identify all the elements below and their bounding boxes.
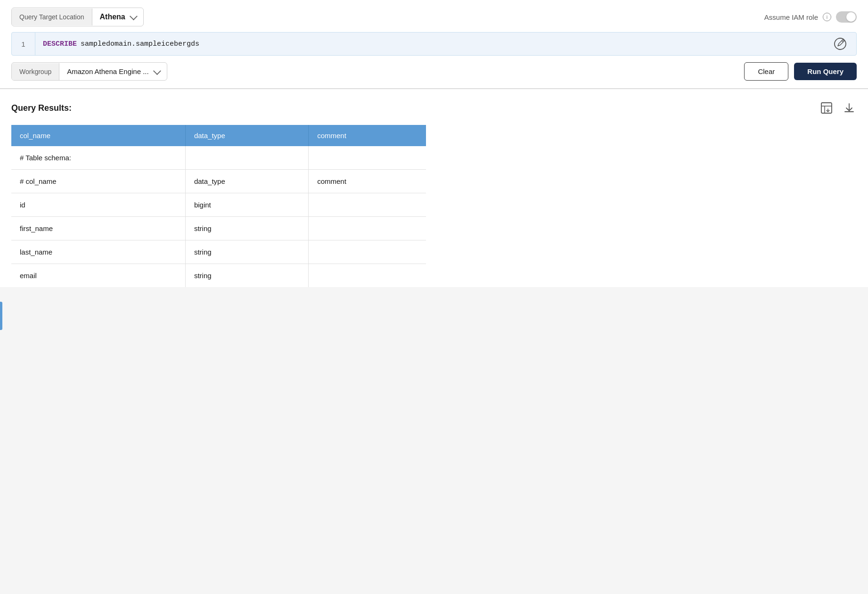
- cell-col_name: id: [11, 193, 185, 217]
- cell-col_name: # Table schema:: [11, 146, 185, 170]
- table-row: last_namestring: [11, 240, 426, 264]
- table-save-icon: [820, 102, 833, 114]
- iam-role-toggle[interactable]: [836, 11, 857, 23]
- run-query-button[interactable]: Run Query: [794, 63, 857, 80]
- cell-col_name: first_name: [11, 217, 185, 240]
- query-text-area[interactable]: DESCRIBE sampledomain.sampleicebergds: [35, 33, 824, 55]
- cell-col_name: last_name: [11, 240, 185, 264]
- query-code: sampledomain.sampleicebergds: [81, 40, 199, 48]
- table-row: # Table schema:: [11, 146, 426, 170]
- table-row: # col_namedata_typecomment: [11, 170, 426, 193]
- svg-point-0: [835, 38, 846, 50]
- cell-data_type: bigint: [185, 193, 308, 217]
- download-results-button[interactable]: [842, 100, 857, 116]
- info-icon[interactable]: i: [823, 13, 831, 21]
- iam-role-label: Assume IAM role: [764, 13, 818, 21]
- cell-col_name: # col_name: [11, 170, 185, 193]
- query-editor[interactable]: 1 DESCRIBE sampledomain.sampleicebergds: [11, 32, 857, 56]
- cell-comment: comment: [309, 170, 426, 193]
- cell-data_type: string: [185, 264, 308, 288]
- query-target-text: Athena: [100, 13, 125, 21]
- action-buttons: Clear Run Query: [744, 62, 857, 81]
- cell-comment: [309, 240, 426, 264]
- chevron-down-icon: [153, 67, 161, 75]
- svg-rect-1: [821, 103, 832, 113]
- table-row: emailstring: [11, 264, 426, 288]
- clear-button[interactable]: Clear: [744, 62, 788, 81]
- table-body: # Table schema:# col_namedata_typecommen…: [11, 146, 426, 287]
- workgroup-value[interactable]: Amazon Athena Engine ...: [59, 63, 166, 80]
- cell-col_name: email: [11, 264, 185, 288]
- save-results-button[interactable]: [819, 100, 834, 116]
- results-table: col_name data_type comment # Table schem…: [11, 125, 426, 287]
- query-target-selector[interactable]: Query Target Location Athena: [11, 8, 144, 26]
- cell-data_type: string: [185, 217, 308, 240]
- iam-role-group: Assume IAM role i: [764, 11, 857, 23]
- cell-data_type: string: [185, 240, 308, 264]
- edit-query-button[interactable]: [824, 33, 856, 55]
- download-icon: [843, 102, 855, 114]
- results-actions: [819, 100, 857, 116]
- query-target-value[interactable]: Athena: [92, 8, 143, 26]
- table-row: first_namestring: [11, 217, 426, 240]
- chevron-down-icon: [130, 12, 138, 20]
- workgroup-label: Workgroup: [12, 63, 59, 80]
- results-header: Query Results:: [11, 100, 857, 116]
- cell-comment: [309, 217, 426, 240]
- col-header-col_name: col_name: [11, 125, 185, 146]
- query-keyword: DESCRIBE: [43, 40, 77, 48]
- workgroup-selector[interactable]: Workgroup Amazon Athena Engine ...: [11, 62, 167, 81]
- results-panel: Query Results: col_nam: [0, 89, 868, 287]
- cell-comment: [309, 146, 426, 170]
- table-row: idbigint: [11, 193, 426, 217]
- cell-comment: [309, 264, 426, 288]
- results-title: Query Results:: [11, 103, 72, 113]
- workgroup-text: Amazon Athena Engine ...: [67, 67, 148, 75]
- table-header: col_name data_type comment: [11, 125, 426, 146]
- edit-icon: [834, 37, 847, 50]
- col-header-data_type: data_type: [185, 125, 308, 146]
- cell-comment: [309, 193, 426, 217]
- cell-data_type: data_type: [185, 170, 308, 193]
- query-target-label: Query Target Location: [12, 8, 92, 25]
- cell-data_type: [185, 146, 308, 170]
- line-number: 1: [12, 33, 35, 55]
- col-header-comment: comment: [309, 125, 426, 146]
